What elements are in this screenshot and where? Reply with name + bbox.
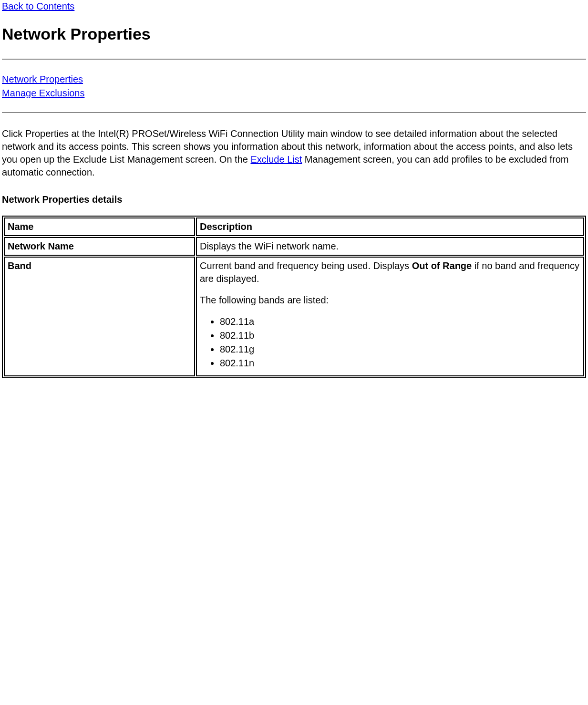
back-link-container: Back to Contents (2, 0, 586, 13)
page-title: Network Properties (2, 23, 586, 45)
divider-top (2, 59, 586, 60)
intro-paragraph: Click Properties at the Intel(R) PROSet/… (2, 127, 586, 179)
row-name-band: Band (4, 257, 195, 376)
back-to-contents-link[interactable]: Back to Contents (2, 1, 74, 11)
table-header-row: Name Description (4, 218, 584, 236)
row-name-label: Network Name (8, 241, 74, 251)
row-name-label: Band (8, 260, 31, 271)
band-desc-text-3: The following bands are listed: (200, 294, 580, 307)
toc-link-network-properties[interactable]: Network Properties (2, 73, 586, 86)
band-desc-bold: Out of Range (412, 260, 472, 271)
row-name-network-name: Network Name (4, 237, 195, 256)
details-table: Name Description Network Name Displays t… (2, 216, 586, 378)
exclude-list-link[interactable]: Exclude List (250, 154, 302, 165)
divider-mid (2, 112, 586, 113)
toc-links: Network Properties Manage Exclusions (2, 73, 586, 100)
row-desc-band: Current band and frequency being used. D… (196, 257, 584, 376)
list-item: 802.11b (220, 329, 580, 342)
list-item: 802.11a (220, 315, 580, 328)
details-subheading: Network Properties details (2, 193, 586, 206)
list-item: 802.11n (220, 357, 580, 370)
table-row: Network Name Displays the WiFi network n… (4, 237, 584, 256)
col-header-name: Name (4, 218, 195, 236)
band-list: 802.11a 802.11b 802.11g 802.11n (200, 315, 580, 370)
list-item: 802.11g (220, 343, 580, 356)
row-desc-network-name: Displays the WiFi network name. (196, 237, 584, 256)
toc-link-manage-exclusions[interactable]: Manage Exclusions (2, 87, 586, 100)
col-header-description: Description (196, 218, 584, 236)
band-desc-text-1: Current band and frequency being used. D… (200, 260, 412, 271)
table-row: Band Current band and frequency being us… (4, 257, 584, 376)
